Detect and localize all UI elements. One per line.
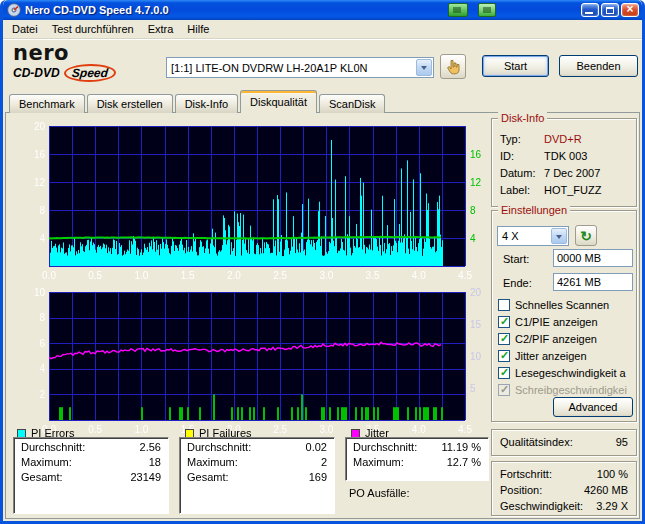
checkbox-box[interactable] xyxy=(498,316,510,328)
checkbox-schnelles-scannen[interactable]: Schnelles Scannen xyxy=(498,298,634,312)
stat-label: Maximum: xyxy=(353,456,404,468)
disk-info-group-title: Disk-Info xyxy=(498,112,547,125)
disk-info-group: Disk-Info Typ: DVD+R ID: TDK 003 Datum: … xyxy=(491,118,637,207)
pi-failures-panel: Durchschnitt: 0.02 Maximum: 2 Gesamt: 16… xyxy=(179,437,335,514)
disk-info-row-datum: Datum: 7 Dec 2007 xyxy=(500,167,628,184)
stat-value: 12.7 % xyxy=(447,456,481,468)
progress-group: Fortschritt: 100 % Position: 4260 MB Ges… xyxy=(491,461,637,516)
disc-hand-button[interactable] xyxy=(440,54,466,79)
stat-row: Durchschnitt: 11.19 % xyxy=(346,438,488,453)
disk-info-row-label: Label: HOT_FUZZ xyxy=(500,184,628,201)
po-failures-row: PO Ausfälle: xyxy=(349,487,416,499)
stat-row: Durchschnitt: 2.56 xyxy=(14,438,168,453)
titlebar[interactable]: Nero CD-DVD Speed 4.7.0.0 xyxy=(3,0,642,20)
maximize-button[interactable] xyxy=(601,3,619,17)
start-mb-label: Start: xyxy=(503,253,529,266)
disk-info-row-id: ID: TDK 003 xyxy=(500,150,628,167)
datum-value: 7 Dec 2007 xyxy=(544,167,600,184)
checkbox-label: Lesegeschwindigkeit a xyxy=(515,367,626,379)
stat-value: 2 xyxy=(321,456,327,468)
tab-disk-info[interactable]: Disk-Info xyxy=(175,94,238,113)
checkbox-lesegeschwindigkeit[interactable]: Lesegeschwindigkeit a xyxy=(498,366,634,380)
minimize-icon xyxy=(585,12,593,14)
menu-hilfe[interactable]: Hilfe xyxy=(180,21,216,37)
stat-row: Maximum: 18 xyxy=(14,453,168,468)
start-mb-input[interactable] xyxy=(553,249,633,267)
nero-brand-text: nero xyxy=(13,43,163,63)
stat-label: Maximum: xyxy=(187,456,238,468)
titlebar-overlay-icon-1 xyxy=(448,3,468,17)
overlay-icon-glyph xyxy=(453,7,461,13)
refresh-speeds-button[interactable] xyxy=(575,225,597,246)
disk-info-row-typ: Typ: DVD+R xyxy=(500,133,628,150)
ende-mb-input[interactable] xyxy=(553,273,633,291)
geschwindigkeit-value: 3.29 X xyxy=(596,500,628,513)
stat-label: Durchschnitt: xyxy=(187,441,251,453)
nero-logo: nero CD-DVD Speed xyxy=(13,43,163,85)
pi-errors-chart xyxy=(11,120,485,284)
pi-errors-panel: Durchschnitt: 2.56 Maximum: 18 Gesamt: 2… xyxy=(13,437,169,514)
menu-test-durchfuehren[interactable]: Test durchführen xyxy=(45,21,141,37)
menu-datei[interactable]: Datei xyxy=(5,21,45,37)
stat-label: Gesamt: xyxy=(187,471,229,483)
stat-label: Durchschnitt: xyxy=(21,441,85,453)
stat-row: Maximum: 2 xyxy=(180,453,334,468)
stat-value: 11.19 % xyxy=(441,441,481,453)
scan-speed-combobox[interactable]: 4 X xyxy=(497,226,569,246)
stat-label: Gesamt: xyxy=(21,471,63,483)
checkbox-box[interactable] xyxy=(498,350,510,362)
titlebar-overlay-icon-2 xyxy=(478,3,496,17)
quality-index-value: 95 xyxy=(616,436,628,449)
stat-value: 2.56 xyxy=(140,441,161,453)
app-icon xyxy=(7,3,21,17)
fortschritt-value: 100 % xyxy=(597,468,628,481)
id-value: TDK 003 xyxy=(544,150,587,167)
start-button[interactable]: Start xyxy=(482,55,549,77)
tab-benchmark[interactable]: Benchmark xyxy=(9,94,85,113)
label-label: Label: xyxy=(500,184,544,201)
position-row: Position: 4260 MB xyxy=(500,484,628,497)
quality-index-row: Qualitätsindex: 95 xyxy=(500,436,628,449)
typ-value: DVD+R xyxy=(544,133,582,150)
app-window: Nero CD-DVD Speed 4.7.0.0 Datei Test dur… xyxy=(0,0,645,524)
quit-button[interactable]: Beenden xyxy=(559,55,638,77)
menu-extra[interactable]: Extra xyxy=(141,21,181,37)
nero-speed-text: Speed xyxy=(63,64,117,82)
stat-label: Durchschnitt: xyxy=(353,441,417,453)
checkbox-label: Jitter anzeigen xyxy=(515,350,587,362)
chevron-down-icon[interactable] xyxy=(551,228,567,244)
checkbox-box[interactable] xyxy=(498,299,510,311)
nero-product-text: CD-DVD xyxy=(13,66,60,80)
checkbox-box[interactable] xyxy=(498,367,510,379)
tab-disk-erstellen[interactable]: Disk erstellen xyxy=(87,94,173,113)
checkbox-c2-pif-anzeigen[interactable]: C2/PIF anzeigen xyxy=(498,332,634,346)
po-failures-label: PO Ausfälle: xyxy=(349,487,410,499)
checkbox-box[interactable] xyxy=(498,333,510,345)
close-button[interactable] xyxy=(621,3,639,17)
drive-selector-value: [1:1] LITE-ON DVDRW LH-20A1P KL0N xyxy=(167,62,415,74)
drive-selector-combobox[interactable]: [1:1] LITE-ON DVDRW LH-20A1P KL0N xyxy=(166,57,434,78)
checkbox-c1-pie-anzeigen[interactable]: C1/PIE anzeigen xyxy=(498,315,634,329)
scan-speed-value: 4 X xyxy=(498,230,550,242)
advanced-button[interactable]: Advanced xyxy=(553,397,633,417)
tab-diskqualitaet[interactable]: Diskqualität xyxy=(240,90,317,113)
fortschritt-label: Fortschritt: xyxy=(500,468,552,481)
geschwindigkeit-row: Geschwindigkeit: 3.29 X xyxy=(500,500,628,513)
stat-value: 0.02 xyxy=(306,441,327,453)
stat-value: 169 xyxy=(309,471,327,483)
chevron-down-icon[interactable] xyxy=(416,59,432,76)
stat-row: Durchschnitt: 0.02 xyxy=(180,438,334,453)
checkbox-label: Schnelles Scannen xyxy=(515,299,609,311)
tab-scandisk[interactable]: ScanDisk xyxy=(319,94,385,113)
einstellungen-group-title: Einstellungen xyxy=(498,204,570,217)
jitter-panel: Durchschnitt: 11.19 % Maximum: 12.7 % xyxy=(345,437,489,481)
stat-label: Maximum: xyxy=(21,456,72,468)
minimize-button[interactable] xyxy=(581,3,599,17)
checkbox-label: Schreibgeschwindigkei xyxy=(515,384,627,396)
stat-row: Gesamt: 23149 xyxy=(14,468,168,483)
stat-row: Gesamt: 169 xyxy=(180,468,334,483)
id-label: ID: xyxy=(500,150,544,167)
checkbox-jitter-anzeigen[interactable]: Jitter anzeigen xyxy=(498,349,634,363)
window-title: Nero CD-DVD Speed 4.7.0.0 xyxy=(25,4,169,16)
checkbox-label: C2/PIF anzeigen xyxy=(515,333,597,345)
